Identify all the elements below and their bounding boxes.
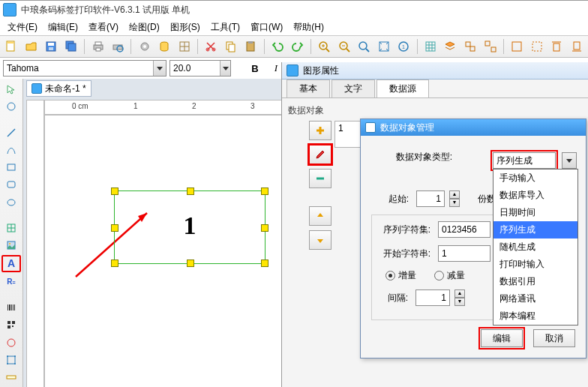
group-icon[interactable] (462, 38, 479, 56)
barcode1d-tool-icon[interactable] (2, 300, 20, 315)
zoomin-icon[interactable] (316, 38, 333, 56)
zoom100-icon[interactable]: 1 (395, 38, 412, 56)
menu-help[interactable]: 帮助(H) (289, 20, 328, 35)
settings-icon[interactable] (136, 38, 153, 56)
new-icon[interactable] (3, 38, 20, 56)
dd-option[interactable]: 日期时间 (494, 204, 578, 221)
copy-icon[interactable] (223, 38, 240, 56)
dd-option[interactable]: 随机生成 (494, 238, 578, 256)
font-size-input[interactable] (170, 62, 220, 75)
barcode2d-tool-icon[interactable] (2, 317, 20, 332)
selected-text-object[interactable]: 1 (114, 190, 266, 264)
ruler-tick: 0 cm (72, 102, 88, 110)
zoomfit-icon[interactable] (356, 38, 373, 56)
font-name-input[interactable] (4, 62, 153, 75)
add-button[interactable] (309, 121, 332, 140)
bold-icon[interactable]: B (246, 59, 264, 77)
font-size-combo[interactable] (170, 60, 231, 76)
align3-icon[interactable] (548, 38, 566, 56)
richtext-tool-icon[interactable]: R= (2, 274, 20, 290)
redo-icon[interactable] (289, 38, 306, 56)
type-combo[interactable]: 序列生成 (493, 152, 556, 169)
line-tool-icon[interactable] (2, 125, 20, 140)
menu-tools[interactable]: 工具(T) (206, 20, 244, 35)
dialog-cancel-button[interactable]: 取消 (533, 329, 575, 347)
start-input[interactable] (416, 190, 445, 207)
resize-handle[interactable] (187, 260, 194, 267)
movedown-button[interactable] (309, 230, 332, 250)
resize-handle[interactable] (111, 224, 118, 232)
remove-button[interactable] (309, 169, 332, 188)
dialog-titlebar[interactable]: 数据对象管理 (361, 119, 586, 136)
dd-option[interactable]: 数据库导入 (494, 187, 578, 204)
dd-option[interactable]: 网络通讯 (494, 290, 578, 308)
resize-handle[interactable] (111, 260, 118, 267)
increment-radio[interactable]: 增量 (386, 269, 416, 282)
resize-handle[interactable] (111, 188, 118, 195)
align1-icon[interactable] (508, 38, 526, 56)
menu-draw[interactable]: 绘图(D) (124, 20, 164, 35)
zoomout-icon[interactable] (335, 38, 352, 56)
dd-option[interactable]: 脚本编程 (494, 308, 578, 325)
dd-option[interactable]: 手动输入 (494, 170, 578, 187)
tab-text[interactable]: 文字 (332, 80, 375, 98)
select-tool-icon[interactable] (2, 82, 20, 97)
undo-icon[interactable] (269, 38, 286, 56)
menu-view[interactable]: 查看(V) (84, 20, 123, 35)
hand-tool-icon[interactable] (2, 99, 20, 114)
rect-tool-icon[interactable] (2, 160, 20, 175)
tab-datasource[interactable]: 数据源 (376, 80, 429, 98)
font-name-combo[interactable] (3, 60, 166, 76)
align2-icon[interactable] (528, 38, 545, 56)
interval-input[interactable] (416, 290, 450, 306)
layout-icon[interactable] (176, 38, 194, 56)
tab-basic[interactable]: 基本 (286, 80, 330, 98)
resize-handle[interactable] (261, 260, 268, 267)
print-icon[interactable] (89, 38, 106, 56)
dialog-edit-button[interactable]: 编辑 (481, 329, 523, 347)
type-dropdown-button[interactable] (562, 152, 577, 169)
menu-file[interactable]: 文件(E) (3, 20, 42, 35)
menu-shape[interactable]: 图形(S) (166, 20, 205, 35)
roundrect-tool-icon[interactable] (2, 177, 20, 192)
chevron-down-icon[interactable] (153, 61, 166, 76)
dd-option-selected[interactable]: 序列生成 (494, 221, 578, 238)
text-tool-icon[interactable]: A (2, 255, 21, 272)
ungroup-icon[interactable] (482, 38, 499, 56)
align4-icon[interactable] (568, 38, 586, 56)
save-icon[interactable] (43, 38, 60, 56)
resize-handle[interactable] (261, 224, 268, 232)
resize-handle[interactable] (187, 188, 194, 195)
ellipse-tool-icon[interactable] (2, 194, 20, 209)
start-spinner[interactable]: ▲▼ (449, 190, 460, 207)
open-icon[interactable] (23, 38, 40, 56)
cut-icon[interactable] (202, 38, 220, 56)
zoom-extents-icon[interactable] (376, 38, 393, 56)
db-icon[interactable] (156, 38, 173, 56)
startstr-input[interactable] (438, 245, 490, 262)
ruler-tool-icon[interactable] (2, 370, 20, 385)
saveall-icon[interactable] (63, 38, 80, 56)
charset-input[interactable] (438, 221, 490, 238)
table-tool-icon[interactable] (2, 220, 20, 236)
resize-handle[interactable] (261, 188, 268, 195)
doc-tab[interactable]: 未命名-1 * (26, 80, 92, 97)
layers-icon[interactable] (442, 38, 459, 56)
interval-spinner[interactable]: ▲▼ (454, 290, 465, 306)
dd-option[interactable]: 数据引用 (494, 273, 578, 290)
image-tool-icon[interactable] (2, 238, 20, 253)
print-preview-icon[interactable] (110, 38, 127, 56)
chevron-down-icon[interactable] (220, 61, 230, 76)
poly-tool-icon[interactable] (2, 352, 20, 368)
grid-icon[interactable] (422, 38, 440, 56)
type-dropdown-list[interactable]: 手动输入 数据库导入 日期时间 序列生成 随机生成 打印时输入 数据引用 网络通… (493, 169, 578, 326)
edit-button[interactable] (309, 145, 332, 164)
menu-edit[interactable]: 编辑(E) (44, 20, 82, 35)
dd-option[interactable]: 打印时输入 (494, 256, 578, 273)
decrement-radio[interactable]: 减量 (434, 269, 465, 282)
moveup-button[interactable] (309, 206, 332, 226)
menu-window[interactable]: 窗口(W) (246, 20, 287, 35)
curve-tool-icon[interactable] (2, 142, 20, 158)
circle-tool-icon[interactable] (2, 334, 20, 350)
paste-icon[interactable] (242, 38, 260, 56)
